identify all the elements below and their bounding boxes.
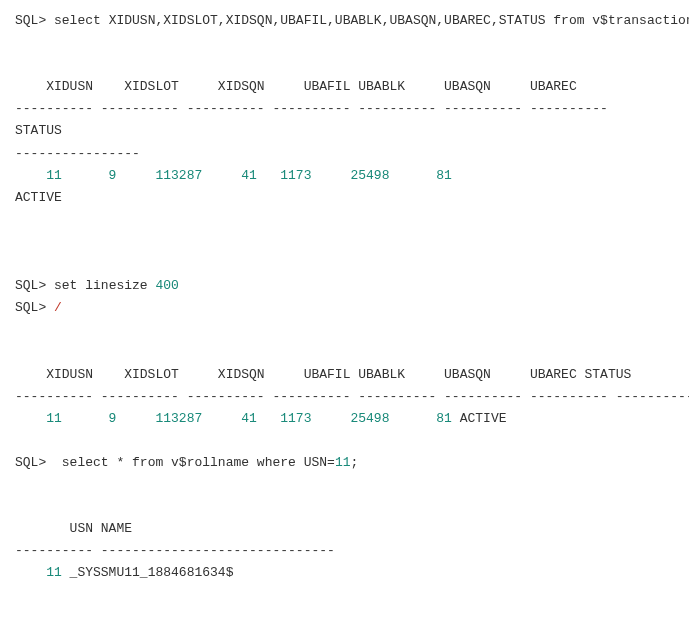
column-headers-1: XIDUSN XIDSLOT XIDSQN UBAFIL UBABLK UBAS… [15,79,577,94]
column-headers-2: STATUS [15,123,62,138]
sql-prompt: SQL> [15,278,46,293]
usn-value: 11 [335,455,351,470]
sql-prompt: SQL> [15,13,46,28]
linesize-value: 400 [155,278,178,293]
separator: ---------- ---------- ---------- -------… [15,101,608,116]
sql-rerun-slash: / [46,300,62,315]
query-1: SQL> select XIDUSN,XIDSLOT,XIDSQN,UBAFIL… [15,10,674,632]
result-row-values: 11 9 113287 41 1173 25498 81 [15,411,452,426]
result-row-values: 11 9 113287 41 1173 25498 81 [15,168,452,183]
column-headers: USN NAME [15,521,132,536]
sql-command: select XIDUSN,XIDSLOT,XIDSQN,UBAFIL,UBAB… [46,13,689,28]
result-status: ACTIVE [15,190,62,205]
sql-command: select * from v$rollname where USN= [46,455,335,470]
sql-prompt: SQL> [15,300,46,315]
separator: ---------- -----------------------------… [15,543,335,558]
result-name: _SYSSMU11_1884681634$ [62,565,234,580]
sql-command: set linesize [46,278,155,293]
sql-prompt: SQL> [15,455,46,470]
result-status: ACTIVE [452,411,507,426]
result-usn: 11 [15,565,62,580]
column-headers: XIDUSN XIDSLOT XIDSQN UBAFIL UBABLK UBAS… [15,367,631,382]
separator: ---------------- [15,146,140,161]
separator: ---------- ---------- ---------- -------… [15,389,689,404]
